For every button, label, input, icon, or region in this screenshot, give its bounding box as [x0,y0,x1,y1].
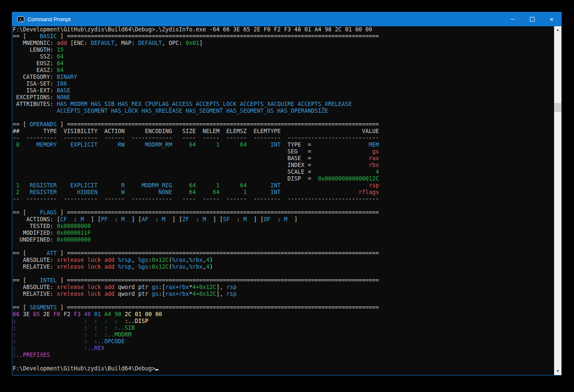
scroll-down-arrow-icon[interactable]: ▼ [554,368,561,375]
console-line: EXCEPTIONS: NONE [13,94,379,101]
console-line: ATTRIBUTES: HAS_MODRM HAS_SIB HAS_REX CP… [13,101,379,108]
console-line: SSZ: 64 [13,53,379,60]
console-line: F:\Development\GitHub\zydis\Build64\Debu… [13,26,379,33]
console-line: ABSOLUTE: xrelease lock add %rsp, %gs:0x… [13,257,379,264]
minimize-icon [510,19,515,19]
console-line: ## TYPE VISIBILITY ACTION ENCODING SIZE … [13,128,379,135]
console-line: == [ BASIC ] ===========================… [13,33,379,40]
console-line: EASZ: 64 [13,67,379,74]
close-icon: ✕ [549,17,554,22]
console-line [13,243,379,250]
console-line: F:\Development\GitHub\zydis\Build64\Debu… [13,365,379,372]
console-line: ACCEPTS_SEGMENT HAS_LOCK HAS_XRELEASE HA… [13,108,379,114]
console-line: : : : :..MODRM [13,331,379,338]
console-line: 2 REGISTER HIDDEN W NONE 64 64 1 INT rfl… [13,189,379,196]
console-line: UNDEFINED: 0x00000000 [13,236,379,243]
console-line: 66 3E 65 2E F0 F2 F3 48 01 A4 98 2C 01 0… [13,311,379,318]
console-line: : :..REX [13,345,379,352]
console[interactable]: F:\Development\GitHub\zydis\Build64\Debu… [12,26,561,375]
console-line: RELATIVE: xrelease lock add qword ptr gs… [13,291,379,297]
console-line: 1 REGISTER EXPLICIT R MODRM_REG 64 1 64 … [13,182,379,189]
console-line: == [ SEGMENTS ] ========================… [13,304,379,311]
console-line: CATEGORY: BINARY [13,74,379,81]
console-line: ABSOLUTE: xrelease lock add qword ptr gs… [13,284,379,291]
titlebar[interactable]: Command Prompt ✕ [12,12,561,26]
console-line: MNEMONIC: add [ENC: DEFAULT, MAP: DEFAUL… [13,40,379,47]
console-line [13,114,379,121]
close-button[interactable]: ✕ [542,12,561,26]
console-line: -- --------- ---------- ------ ---------… [13,135,379,142]
console-line [13,359,379,365]
console-line: SCALE = 4 [13,169,379,175]
text-cursor [155,369,158,370]
console-line: == [ INTEL ] ===========================… [13,277,379,284]
scroll-up-arrow-icon[interactable]: ▲ [554,26,561,33]
console-line: ACTIONS: [CF : M ] [PF : M ] [AF : M ] [… [13,216,379,223]
console-line: 0 MEMORY EXPLICIT RW MODRM_RM 64 1 64 IN… [13,142,379,148]
console-line: :..PREFIXES [13,352,379,359]
console-line: DISP = 0x000000000000012C [13,175,379,182]
console-line [13,270,379,277]
console-line: : : :..OPCODE [13,338,379,345]
command-prompt-window: Command Prompt ✕ F:\Development\GitHub\z… [12,12,562,375]
console-line: : : : : : :..DISP [13,318,379,325]
console-line: TESTED: 0x00000000 [13,223,379,230]
console-line: == [ FLAGS ] ===========================… [13,209,379,216]
console-line: -- --------- ---------- ------ ---------… [13,196,379,203]
console-line: ISA-SET: I86 [13,81,379,87]
console-line [13,297,379,304]
vertical-scrollbar[interactable]: ▲ ▼ [554,26,561,375]
console-line: LENGTH: 15 [13,47,379,53]
console-line: BASE = rax [13,155,379,162]
console-line: INDEX = rbx [13,162,379,169]
console-line: EOSZ: 64 [13,60,379,67]
scrollbar-thumb[interactable] [554,103,561,112]
console-line: RELATIVE: xrelease lock add %rsp, %gs:0x… [13,264,379,270]
window-title: Command Prompt [28,17,503,22]
console-line: : : : : :..SIB [13,325,379,331]
console-line: SEG = gs [13,148,379,155]
window-controls: ✕ [503,12,561,26]
minimize-button[interactable] [503,12,522,26]
console-output: F:\Development\GitHub\zydis\Build64\Debu… [13,26,379,372]
maximize-icon [530,17,535,22]
maximize-button[interactable] [522,12,542,26]
console-line: MODIFIED: 0x0000011F [13,230,379,236]
console-line [13,203,379,209]
console-line: == [ ATT ] =============================… [13,250,379,257]
cmd-icon [17,17,24,22]
console-line: ISA-EXT: BASE [13,87,379,94]
console-line: == [ OPERANDS ] ========================… [13,121,379,128]
